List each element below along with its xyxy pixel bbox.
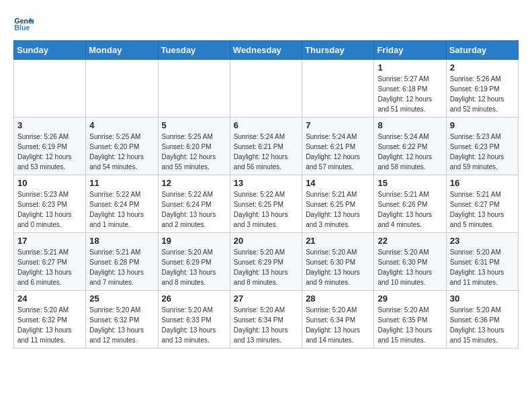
day-number: 2 <box>450 62 515 73</box>
calendar-cell: 21Sunrise: 5:20 AM Sunset: 6:30 PM Dayli… <box>302 233 374 291</box>
calendar-cell <box>230 60 302 118</box>
day-info: Sunrise: 5:24 AM Sunset: 6:21 PM Dayligh… <box>306 132 370 172</box>
day-info: Sunrise: 5:20 AM Sunset: 6:36 PM Dayligh… <box>450 305 515 345</box>
day-info: Sunrise: 5:27 AM Sunset: 6:18 PM Dayligh… <box>378 74 442 114</box>
day-number: 18 <box>89 236 154 246</box>
calendar-cell: 11Sunrise: 5:22 AM Sunset: 6:24 PM Dayli… <box>86 175 158 233</box>
calendar-cell <box>14 60 86 118</box>
calendar-cell: 18Sunrise: 5:21 AM Sunset: 6:28 PM Dayli… <box>86 233 158 291</box>
day-number: 22 <box>378 236 442 246</box>
day-info: Sunrise: 5:20 AM Sunset: 6:33 PM Dayligh… <box>162 305 226 345</box>
calendar-cell <box>158 60 230 118</box>
day-info: Sunrise: 5:26 AM Sunset: 6:19 PM Dayligh… <box>17 132 82 172</box>
day-number: 12 <box>162 178 226 188</box>
calendar: SundayMondayTuesdayWednesdayThursdayFrid… <box>13 40 519 349</box>
weekday-header: Thursday <box>302 41 374 60</box>
calendar-cell: 22Sunrise: 5:20 AM Sunset: 6:30 PM Dayli… <box>374 233 446 291</box>
day-info: Sunrise: 5:20 AM Sunset: 6:29 PM Dayligh… <box>234 247 298 287</box>
day-info: Sunrise: 5:20 AM Sunset: 6:29 PM Dayligh… <box>162 247 226 287</box>
calendar-cell: 10Sunrise: 5:23 AM Sunset: 6:23 PM Dayli… <box>14 175 86 233</box>
calendar-cell: 2Sunrise: 5:26 AM Sunset: 6:19 PM Daylig… <box>446 60 518 118</box>
day-number: 26 <box>162 293 226 304</box>
day-info: Sunrise: 5:20 AM Sunset: 6:32 PM Dayligh… <box>17 305 82 345</box>
day-number: 4 <box>89 120 154 130</box>
day-info: Sunrise: 5:25 AM Sunset: 6:20 PM Dayligh… <box>89 132 154 172</box>
day-number: 14 <box>306 178 370 188</box>
calendar-cell: 23Sunrise: 5:20 AM Sunset: 6:31 PM Dayli… <box>446 233 518 291</box>
day-info: Sunrise: 5:21 AM Sunset: 6:28 PM Dayligh… <box>89 247 154 287</box>
day-number: 19 <box>162 236 226 246</box>
calendar-cell: 7Sunrise: 5:24 AM Sunset: 6:21 PM Daylig… <box>302 118 374 175</box>
day-number: 28 <box>306 293 370 304</box>
calendar-cell: 4Sunrise: 5:25 AM Sunset: 6:20 PM Daylig… <box>86 118 158 175</box>
day-number: 8 <box>378 120 442 130</box>
calendar-cell: 28Sunrise: 5:20 AM Sunset: 6:34 PM Dayli… <box>302 291 374 349</box>
calendar-cell <box>302 60 374 118</box>
day-number: 15 <box>378 178 442 188</box>
day-number: 7 <box>306 120 370 130</box>
day-number: 27 <box>234 293 298 304</box>
day-info: Sunrise: 5:25 AM Sunset: 6:20 PM Dayligh… <box>162 132 226 172</box>
day-info: Sunrise: 5:20 AM Sunset: 6:30 PM Dayligh… <box>306 247 370 287</box>
day-info: Sunrise: 5:21 AM Sunset: 6:26 PM Dayligh… <box>378 189 442 230</box>
day-number: 30 <box>450 293 515 304</box>
calendar-cell: 14Sunrise: 5:21 AM Sunset: 6:25 PM Dayli… <box>302 175 374 233</box>
calendar-cell: 26Sunrise: 5:20 AM Sunset: 6:33 PM Dayli… <box>158 291 230 349</box>
calendar-cell: 16Sunrise: 5:21 AM Sunset: 6:27 PM Dayli… <box>446 175 518 233</box>
day-info: Sunrise: 5:22 AM Sunset: 6:24 PM Dayligh… <box>89 189 154 230</box>
day-number: 6 <box>234 120 298 130</box>
calendar-cell: 8Sunrise: 5:24 AM Sunset: 6:22 PM Daylig… <box>374 118 446 175</box>
calendar-cell: 25Sunrise: 5:20 AM Sunset: 6:32 PM Dayli… <box>86 291 158 349</box>
day-info: Sunrise: 5:20 AM Sunset: 6:31 PM Dayligh… <box>450 247 515 287</box>
calendar-cell: 12Sunrise: 5:22 AM Sunset: 6:24 PM Dayli… <box>158 175 230 233</box>
calendar-cell: 13Sunrise: 5:22 AM Sunset: 6:25 PM Dayli… <box>230 175 302 233</box>
calendar-cell <box>86 60 158 118</box>
day-number: 3 <box>17 120 82 130</box>
calendar-cell: 29Sunrise: 5:20 AM Sunset: 6:35 PM Dayli… <box>374 291 446 349</box>
day-info: Sunrise: 5:21 AM Sunset: 6:27 PM Dayligh… <box>17 247 82 287</box>
calendar-cell: 27Sunrise: 5:20 AM Sunset: 6:34 PM Dayli… <box>230 291 302 349</box>
day-number: 29 <box>378 293 442 304</box>
day-info: Sunrise: 5:20 AM Sunset: 6:32 PM Dayligh… <box>89 305 154 345</box>
weekday-header: Sunday <box>14 41 86 60</box>
day-info: Sunrise: 5:21 AM Sunset: 6:27 PM Dayligh… <box>450 189 515 230</box>
day-number: 17 <box>17 236 82 246</box>
day-info: Sunrise: 5:20 AM Sunset: 6:34 PM Dayligh… <box>234 305 298 345</box>
day-number: 25 <box>89 293 154 304</box>
calendar-cell: 20Sunrise: 5:20 AM Sunset: 6:29 PM Dayli… <box>230 233 302 291</box>
calendar-cell: 17Sunrise: 5:21 AM Sunset: 6:27 PM Dayli… <box>14 233 86 291</box>
day-info: Sunrise: 5:20 AM Sunset: 6:34 PM Dayligh… <box>306 305 370 345</box>
day-info: Sunrise: 5:26 AM Sunset: 6:19 PM Dayligh… <box>450 74 515 114</box>
day-number: 5 <box>162 120 226 130</box>
calendar-cell: 15Sunrise: 5:21 AM Sunset: 6:26 PM Dayli… <box>374 175 446 233</box>
day-number: 16 <box>450 178 515 188</box>
day-number: 24 <box>17 293 82 304</box>
weekday-header: Wednesday <box>230 41 302 60</box>
calendar-cell: 24Sunrise: 5:20 AM Sunset: 6:32 PM Dayli… <box>14 291 86 349</box>
calendar-cell: 1Sunrise: 5:27 AM Sunset: 6:18 PM Daylig… <box>374 60 446 118</box>
page-header: General Blue <box>13 13 519 34</box>
weekday-header: Monday <box>86 41 158 60</box>
day-info: Sunrise: 5:20 AM Sunset: 6:30 PM Dayligh… <box>378 247 442 287</box>
day-info: Sunrise: 5:20 AM Sunset: 6:35 PM Dayligh… <box>378 305 442 345</box>
day-number: 20 <box>234 236 298 246</box>
day-number: 21 <box>306 236 370 246</box>
day-info: Sunrise: 5:23 AM Sunset: 6:23 PM Dayligh… <box>17 189 82 230</box>
calendar-cell: 9Sunrise: 5:23 AM Sunset: 6:23 PM Daylig… <box>446 118 518 175</box>
day-number: 23 <box>450 236 515 246</box>
calendar-cell: 5Sunrise: 5:25 AM Sunset: 6:20 PM Daylig… <box>158 118 230 175</box>
day-info: Sunrise: 5:23 AM Sunset: 6:23 PM Dayligh… <box>450 132 515 172</box>
day-info: Sunrise: 5:24 AM Sunset: 6:22 PM Dayligh… <box>378 132 442 172</box>
weekday-header: Tuesday <box>158 41 230 60</box>
day-info: Sunrise: 5:21 AM Sunset: 6:25 PM Dayligh… <box>306 189 370 230</box>
day-number: 10 <box>17 178 82 188</box>
svg-text:Blue: Blue <box>15 24 30 32</box>
weekday-header: Friday <box>374 41 446 60</box>
weekday-header: Saturday <box>446 41 518 60</box>
logo: General Blue <box>13 13 36 34</box>
day-info: Sunrise: 5:22 AM Sunset: 6:25 PM Dayligh… <box>234 189 298 230</box>
day-number: 13 <box>234 178 298 188</box>
calendar-cell: 3Sunrise: 5:26 AM Sunset: 6:19 PM Daylig… <box>14 118 86 175</box>
day-number: 11 <box>89 178 154 188</box>
day-info: Sunrise: 5:24 AM Sunset: 6:21 PM Dayligh… <box>234 132 298 172</box>
